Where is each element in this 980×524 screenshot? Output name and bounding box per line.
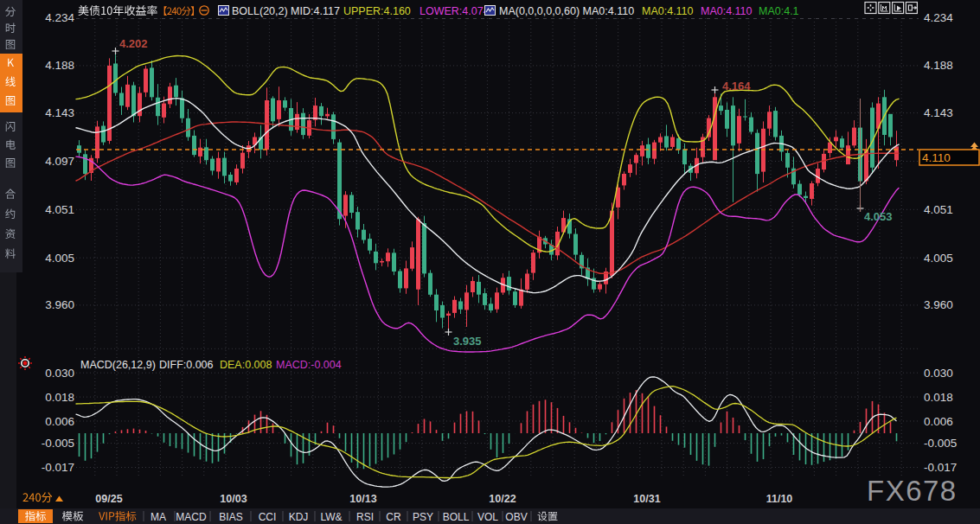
svg-text:BIAS: BIAS bbox=[219, 511, 242, 523]
svg-text:FX678: FX678 bbox=[867, 475, 958, 507]
svg-text:4.051: 4.051 bbox=[924, 203, 953, 216]
svg-text:MACD: MACD bbox=[176, 511, 207, 523]
svg-text:RSI: RSI bbox=[356, 511, 374, 523]
svg-text:DIFF:0.006: DIFF:0.006 bbox=[159, 359, 214, 371]
svg-text:MA(0,0,0,0,0,60) MA0:4.110: MA(0,0,0,0,0,60) MA0:4.110 bbox=[499, 5, 634, 17]
svg-text:3.935: 3.935 bbox=[453, 335, 482, 348]
svg-text:CR: CR bbox=[386, 511, 401, 523]
svg-text:0.018: 0.018 bbox=[924, 391, 953, 404]
svg-text:4.188: 4.188 bbox=[924, 59, 953, 72]
svg-text:4.234: 4.234 bbox=[924, 11, 953, 24]
svg-text:4.143: 4.143 bbox=[924, 106, 953, 119]
svg-text:0.030: 0.030 bbox=[45, 367, 74, 380]
svg-text:MA: MA bbox=[151, 511, 166, 523]
svg-text:4.188: 4.188 bbox=[45, 59, 74, 72]
svg-text:10/13: 10/13 bbox=[349, 493, 376, 505]
svg-text:KDJ: KDJ bbox=[289, 511, 309, 523]
svg-text:-0.017: -0.017 bbox=[42, 461, 74, 474]
svg-text:MA0:4.110: MA0:4.110 bbox=[701, 5, 753, 17]
svg-text:0.006: 0.006 bbox=[924, 415, 953, 428]
svg-text:0.018: 0.018 bbox=[45, 391, 74, 404]
svg-text:LOWER:4.074: LOWER:4.074 bbox=[420, 5, 490, 17]
svg-text:4.005: 4.005 bbox=[45, 252, 74, 265]
svg-text:10/22: 10/22 bbox=[489, 493, 516, 505]
svg-text:10/03: 10/03 bbox=[220, 493, 247, 505]
svg-text:-0.005: -0.005 bbox=[42, 437, 74, 450]
svg-text:4.164: 4.164 bbox=[722, 80, 751, 93]
svg-text:MA0:4.1: MA0:4.1 bbox=[759, 5, 799, 17]
svg-text:4.234: 4.234 bbox=[45, 11, 74, 24]
svg-text:4.143: 4.143 bbox=[45, 106, 74, 119]
svg-text:0.030: 0.030 bbox=[924, 367, 953, 380]
svg-text:BOLL(20,2) MID:4.117: BOLL(20,2) MID:4.117 bbox=[232, 5, 340, 17]
svg-text:CCI: CCI bbox=[259, 511, 277, 523]
svg-text:MA0:4.110: MA0:4.110 bbox=[642, 5, 694, 17]
svg-text:4.051: 4.051 bbox=[45, 203, 74, 216]
svg-text:MACD(26,12,9): MACD(26,12,9) bbox=[80, 359, 156, 371]
svg-text:MACD:-0.004: MACD:-0.004 bbox=[276, 359, 342, 371]
svg-text:0.006: 0.006 bbox=[45, 415, 74, 428]
svg-text:3.960: 3.960 bbox=[45, 298, 74, 311]
svg-text:LW&: LW& bbox=[320, 511, 342, 523]
svg-text:BOLL: BOLL bbox=[443, 511, 470, 523]
svg-text:UPPER:4.160: UPPER:4.160 bbox=[343, 5, 411, 17]
svg-text:4.202: 4.202 bbox=[119, 37, 148, 50]
svg-text:4.005: 4.005 bbox=[924, 252, 953, 265]
svg-text:OBV: OBV bbox=[505, 511, 527, 523]
svg-text:10/31: 10/31 bbox=[633, 493, 660, 505]
svg-text:4.053: 4.053 bbox=[864, 210, 893, 223]
svg-text:VOL: VOL bbox=[477, 511, 498, 523]
svg-text:09/25: 09/25 bbox=[95, 493, 122, 505]
svg-text:DEA:0.008: DEA:0.008 bbox=[220, 359, 272, 371]
svg-text:3.960: 3.960 bbox=[924, 298, 953, 311]
svg-text:4.097: 4.097 bbox=[45, 155, 74, 168]
svg-text:PSY: PSY bbox=[413, 511, 433, 523]
svg-text:4.110: 4.110 bbox=[922, 151, 951, 164]
svg-text:-0.005: -0.005 bbox=[924, 437, 957, 450]
svg-text:-0.017: -0.017 bbox=[924, 461, 957, 474]
svg-text:11/10: 11/10 bbox=[766, 493, 793, 505]
